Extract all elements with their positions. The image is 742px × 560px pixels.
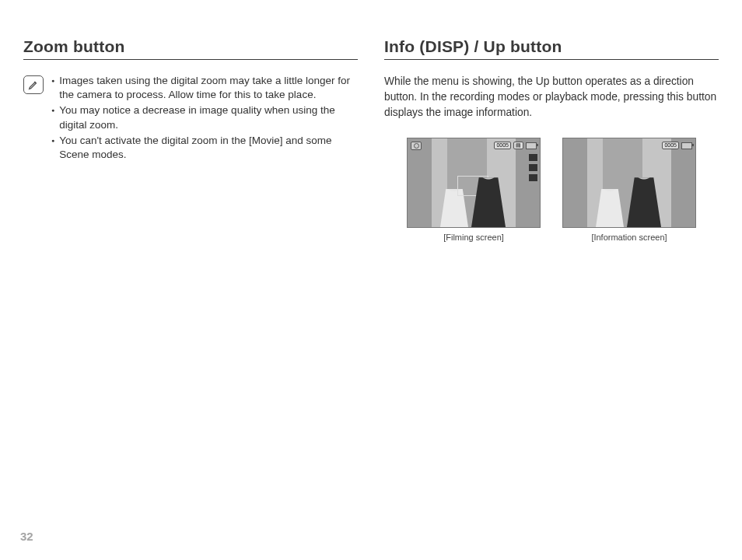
battery-icon: [681, 142, 692, 149]
info-heading: Info (DISP) / Up button: [384, 37, 719, 56]
screenshot-row: 0005 ▤ [Filming screen]: [384, 138, 719, 242]
osd-top-bar: 0005: [566, 141, 692, 150]
screenshot-filming: 0005 ▤ [Filming screen]: [407, 138, 541, 242]
flash-icon: [529, 154, 537, 161]
bullet-text: You may notice a decrease in image quali…: [59, 103, 358, 131]
timer-icon: [529, 174, 537, 181]
osd-top-bar: 0005 ▤: [411, 141, 537, 150]
bullet-text: Images taken using the digital zoom may …: [59, 74, 358, 102]
page-number: 32: [20, 530, 33, 543]
left-column: Zoom button Images taken using the digit…: [23, 37, 358, 242]
note-bullet-list: Images taken using the digital zoom may …: [51, 74, 358, 163]
note-block: Images taken using the digital zoom may …: [23, 74, 358, 163]
lcd-preview: 0005: [562, 138, 696, 228]
screenshot-caption: [Information screen]: [591, 233, 667, 242]
frame-counter: 0005: [662, 142, 679, 149]
heading-rule: [23, 59, 358, 60]
intro-paragraph: While the menu is showing, the Up button…: [384, 74, 719, 121]
note-bullet: Images taken using the digital zoom may …: [51, 74, 358, 102]
screenshot-information: 0005 [Information screen]: [562, 138, 696, 242]
screenshot-caption: [Filming screen]: [443, 233, 504, 242]
heading-rule: [384, 59, 719, 60]
bullet-text: You can't activate the digital zoom in t…: [59, 134, 358, 162]
note-bullet: You can't activate the digital zoom in t…: [51, 134, 358, 162]
camera-mode-icon: [411, 142, 422, 150]
battery-icon: [526, 142, 537, 149]
quality-icon: ▤: [513, 142, 523, 149]
size-icon: [529, 164, 537, 171]
autofocus-frame-icon: [457, 176, 488, 196]
right-column: Info (DISP) / Up button While the menu i…: [384, 37, 719, 242]
lcd-preview: 0005 ▤: [407, 138, 541, 228]
note-bullet: You may notice a decrease in image quali…: [51, 103, 358, 131]
zoom-heading: Zoom button: [23, 37, 358, 56]
frame-counter: 0005: [494, 142, 511, 149]
osd-side-icons: [529, 154, 537, 181]
manual-page: Zoom button Images taken using the digit…: [0, 0, 742, 242]
note-pencil-icon: [23, 75, 44, 94]
